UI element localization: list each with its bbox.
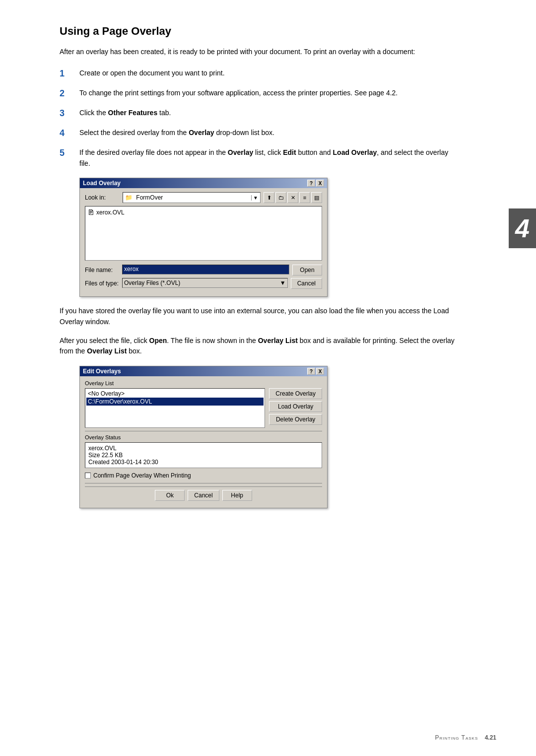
confirm-row: Confirm Page Overlay When Printing bbox=[85, 472, 322, 479]
combo-arrow-icon: ▼ bbox=[251, 195, 258, 201]
step-1: 1 Create or open the document you want t… bbox=[60, 68, 457, 79]
step-number-1: 1 bbox=[60, 68, 79, 79]
step-3: 3 Click the Other Features tab. bbox=[60, 108, 457, 119]
files-of-type-combo[interactable]: Overlay Files (*.OVL) ▼ bbox=[122, 278, 288, 288]
look-in-row: Look in: 📁 FormOver ▼ ⬆ 🗀 ✕ bbox=[85, 192, 322, 203]
edit-overlays-title: Edit Overlays bbox=[83, 368, 121, 375]
titlebar-buttons: ? X bbox=[307, 180, 324, 187]
up-folder-icon[interactable]: ⬆ bbox=[264, 192, 274, 203]
overlay-list[interactable]: <No Overlay> C:\FormOver\xerox.OVL bbox=[85, 388, 265, 428]
bottom-buttons: Ok Cancel Help bbox=[85, 486, 322, 503]
files-of-type-label: Files of type: bbox=[85, 280, 122, 287]
load-overlay-dialog: Load Overlay ? X Look in: 📁 FormOver bbox=[79, 178, 328, 297]
confirm-checkbox[interactable] bbox=[85, 473, 91, 479]
help-button[interactable]: ? bbox=[307, 180, 315, 187]
load-overlay-titlebar: Load Overlay ? X bbox=[80, 178, 327, 188]
edit-titlebar-buttons: ? X bbox=[307, 368, 324, 375]
step-number-5: 5 bbox=[60, 147, 79, 158]
footer-page: 4.21 bbox=[485, 734, 496, 741]
step-4: 4 Select the desired overlay from the Ov… bbox=[60, 128, 457, 138]
file-name-row: File name: xerox Open bbox=[85, 265, 322, 275]
status-line-1: xerox.OVL bbox=[88, 445, 319, 452]
load-overlay-button[interactable]: Load Overlay bbox=[269, 401, 322, 412]
load-overlay-body: Look in: 📁 FormOver ▼ ⬆ 🗀 ✕ bbox=[80, 188, 327, 296]
files-of-type-value: Overlay Files (*.OVL) bbox=[124, 279, 180, 286]
step-2: 2 To change the print settings from your… bbox=[60, 88, 457, 99]
edit-overlays-titlebar: Edit Overlays ? X bbox=[80, 366, 327, 376]
overlay-item-none[interactable]: <No Overlay> bbox=[86, 390, 264, 398]
delete-overlay-button[interactable]: Delete Overlay bbox=[269, 414, 322, 425]
file-name-input[interactable]: xerox bbox=[122, 265, 289, 275]
new-folder-icon[interactable]: 🗀 bbox=[275, 192, 286, 203]
list-view-icon[interactable]: ≡ bbox=[299, 192, 310, 203]
file-list[interactable]: 🖹 xerox.OVL bbox=[85, 206, 322, 261]
load-overlay-title: Load Overlay bbox=[83, 180, 121, 187]
delete-icon[interactable]: ✕ bbox=[287, 192, 298, 203]
page-title: Using a Page Overlay bbox=[60, 25, 457, 38]
overlay-action-buttons: Create Overlay Load Overlay Delete Overl… bbox=[269, 388, 322, 425]
cancel-button-2[interactable]: Cancel bbox=[188, 490, 219, 501]
look-in-combo[interactable]: 📁 FormOver ▼ bbox=[123, 192, 261, 203]
toolbar-icons: ⬆ 🗀 ✕ ≡ ▤ bbox=[264, 192, 322, 203]
chapter-number: 4 bbox=[515, 213, 530, 243]
look-in-value: 📁 FormOver bbox=[125, 194, 163, 201]
edit-help-button[interactable]: ? bbox=[307, 368, 315, 375]
intro-text: After an overlay has been created, it is… bbox=[60, 47, 457, 57]
step-5: 5 If the desired overlay file does not a… bbox=[60, 147, 457, 169]
overlay-status-label: Overlay Status bbox=[85, 434, 322, 440]
chapter-tab: 4 bbox=[509, 208, 536, 248]
overlay-item-selected[interactable]: C:\FormOver\xerox.OVL bbox=[86, 398, 264, 406]
create-overlay-button[interactable]: Create Overlay bbox=[269, 388, 322, 399]
file-name-label: File name: bbox=[85, 267, 122, 274]
file-name: xerox.OVL bbox=[96, 209, 125, 216]
files-of-type-arrow: ▼ bbox=[280, 279, 286, 286]
between-text-2: After you select the file, click Open. T… bbox=[60, 336, 457, 357]
step-number-3: 3 bbox=[60, 108, 79, 119]
overlay-list-label: Overlay List bbox=[85, 380, 322, 386]
help-button-2[interactable]: Help bbox=[222, 490, 252, 501]
status-line-3: Created 2003-01-14 20:30 bbox=[88, 459, 319, 466]
confirm-label: Confirm Page Overlay When Printing bbox=[93, 472, 191, 479]
overlay-status-box: xerox.OVL Size 22.5 KB Created 2003-01-1… bbox=[85, 442, 322, 468]
file-icon: 🖹 bbox=[87, 208, 94, 216]
step-text-2: To change the print settings from your s… bbox=[79, 88, 457, 99]
edit-overlays-body: Overlay List <No Overlay> C:\FormOver\xe… bbox=[80, 376, 327, 508]
file-item: 🖹 xerox.OVL bbox=[87, 208, 320, 216]
overlay-status-section: Overlay Status xerox.OVL Size 22.5 KB Cr… bbox=[85, 431, 322, 468]
look-in-label: Look in: bbox=[85, 194, 120, 201]
details-view-icon[interactable]: ▤ bbox=[311, 192, 322, 203]
between-text-1: If you have stored the overlay file you … bbox=[60, 306, 457, 327]
step-text-5: If the desired overlay file does not app… bbox=[79, 147, 457, 169]
status-line-2: Size 22.5 KB bbox=[88, 452, 319, 459]
files-of-type-row: Files of type: Overlay Files (*.OVL) ▼ C… bbox=[85, 278, 322, 289]
footer-label: Printing Tasks bbox=[435, 734, 478, 741]
footer: Printing Tasks 4.21 bbox=[435, 734, 496, 741]
open-button[interactable]: Open bbox=[292, 265, 322, 275]
edit-overlays-dialog: Edit Overlays ? X Overlay List <No Overl… bbox=[79, 366, 328, 508]
step-text-4: Select the desired overlay from the Over… bbox=[79, 128, 457, 138]
cancel-button[interactable]: Cancel bbox=[291, 278, 322, 289]
step-text-3: Click the Other Features tab. bbox=[79, 108, 457, 119]
step-text-1: Create or open the document you want to … bbox=[79, 68, 457, 79]
edit-close-button[interactable]: X bbox=[316, 368, 324, 375]
close-button[interactable]: X bbox=[316, 180, 324, 187]
step-number-2: 2 bbox=[60, 88, 79, 99]
overlay-list-col: <No Overlay> C:\FormOver\xerox.OVL bbox=[85, 388, 265, 428]
overlay-list-section: <No Overlay> C:\FormOver\xerox.OVL Creat… bbox=[85, 388, 322, 428]
ok-button[interactable]: Ok bbox=[155, 490, 185, 501]
step-number-4: 4 bbox=[60, 128, 79, 138]
